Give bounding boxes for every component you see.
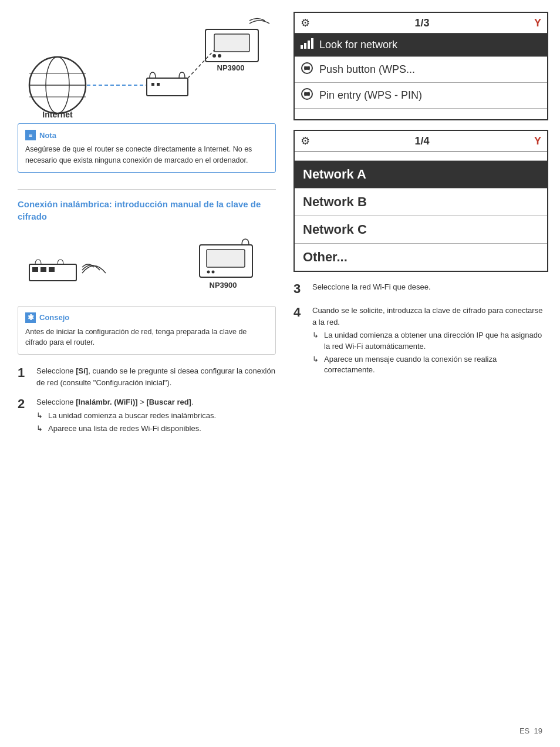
network-a-label: Network A <box>303 167 366 182</box>
footer-page: 19 <box>534 726 542 735</box>
svg-point-26 <box>305 66 309 70</box>
network-row-c: Network C <box>295 216 547 244</box>
bottom-diagram: NP3900 <box>18 231 276 301</box>
note-icon: ≡ <box>25 130 36 140</box>
svg-rect-8 <box>157 83 160 86</box>
step3-number: 3 <box>294 281 306 297</box>
step2-arrow: > <box>138 398 147 406</box>
tip-title: Consejo <box>39 313 69 322</box>
svg-rect-11 <box>214 34 249 52</box>
step2-bold2: [Buscar red] <box>146 398 191 406</box>
panel2-header: ⚙ 1/4 Y <box>295 131 547 152</box>
section-divider <box>18 189 276 190</box>
step2-sub2: ↳ Aparece una lista de redes Wi-Fi dispo… <box>36 423 276 434</box>
step3-text: Seleccione la red Wi-Fi que desee. <box>312 282 431 291</box>
step-2: 2 Seleccione [Inalámbr. (WiFi)] > [Busca… <box>18 396 276 434</box>
tip-header: ✱ Consejo <box>25 312 268 323</box>
panel-1: ⚙ 1/3 Y Look for network <box>294 12 548 120</box>
wifi-bars-icon <box>301 38 313 52</box>
network-row-b: Network B <box>295 189 547 216</box>
network-row-a: Network A <box>295 161 547 189</box>
wps-icon-2 <box>301 88 313 103</box>
step4-text: Cuando se le solicite, introduzca la cla… <box>312 306 542 327</box>
svg-text:Internet: Internet <box>42 110 73 117</box>
arrow-icon-4: ↳ <box>312 354 321 375</box>
arrow-icon: ↳ <box>36 410 45 421</box>
step2-period: . <box>191 398 194 406</box>
step4-content: Cuando se le solicite, introduzca la cla… <box>312 305 548 375</box>
note-box: ≡ Nota Asegúrese de que el router se con… <box>18 123 276 173</box>
svg-rect-6 <box>147 78 188 96</box>
right-column: ⚙ 1/3 Y Look for network <box>288 0 560 747</box>
top-diagram: Internet NP3900 <box>18 12 276 117</box>
step3-content: Seleccione la red Wi-Fi que desee. <box>312 281 548 293</box>
gear-icon-1: ⚙ <box>301 16 310 29</box>
step2-content: Seleccione [Inalámbr. (WiFi)] > [Buscar … <box>36 396 276 434</box>
svg-rect-19 <box>49 267 55 272</box>
svg-rect-17 <box>32 267 38 272</box>
step-4: 4 Cuando se le solicite, introduzca la c… <box>294 305 548 375</box>
step-1: 1 Seleccione [Sí], cuando se le pregunte… <box>18 365 276 388</box>
tip-box: ✱ Consejo Antes de iniciar la configurac… <box>18 306 276 355</box>
svg-point-23 <box>212 271 215 274</box>
svg-text:NP3900: NP3900 <box>217 63 245 72</box>
svg-point-13 <box>218 54 221 58</box>
panel-2: ⚙ 1/4 Y Network A Network B Network C Ot… <box>294 130 548 272</box>
panel1-row1-label: Look for network <box>319 39 397 51</box>
network-b-label: Network B <box>303 194 367 210</box>
network-row-other: Other... <box>295 244 547 271</box>
panel1-page: 1/3 <box>414 17 429 29</box>
svg-point-22 <box>207 271 210 274</box>
network-other-label: Other... <box>303 250 348 265</box>
footer-lang: ES <box>519 726 529 735</box>
svg-rect-16 <box>29 264 76 281</box>
page-footer: ES 19 <box>519 726 542 735</box>
signal-icon-2: Y <box>534 135 541 147</box>
step1-number: 1 <box>18 365 31 381</box>
step4-sub1: ↳ La unidad comienza a obtener una direc… <box>312 330 548 351</box>
step-3: 3 Seleccione la red Wi-Fi que desee. <box>294 281 548 297</box>
svg-rect-21 <box>207 250 245 267</box>
panel1-row-1: Look for network <box>295 33 547 57</box>
svg-point-28 <box>305 92 309 96</box>
svg-point-12 <box>212 54 216 58</box>
svg-rect-18 <box>41 267 46 272</box>
step2-sub1: ↳ La unidad comienza a buscar redes inal… <box>36 410 276 421</box>
step2-number: 2 <box>18 396 31 412</box>
gear-icon-2: ⚙ <box>301 134 310 147</box>
svg-text:NP3900: NP3900 <box>210 281 237 290</box>
panel2-page: 1/4 <box>414 135 429 147</box>
note-title: Nota <box>39 131 56 140</box>
arrow-icon-2: ↳ <box>36 423 45 434</box>
step2-text: Seleccione <box>36 398 76 406</box>
panel1-row2-label: Push button (WPS... <box>319 63 415 76</box>
step4-sub2: ↳ Aparece un mensaje cuando la conexión … <box>312 354 548 375</box>
panel1-header: ⚙ 1/3 Y <box>295 13 547 33</box>
panel2-spacer <box>295 152 547 161</box>
wps-icon-1 <box>301 62 313 78</box>
left-column: Internet NP3900 ≡ Nota Asegúrese de que … <box>0 0 288 747</box>
step1-bold: [Sí] <box>76 366 88 375</box>
network-c-label: Network C <box>303 222 367 237</box>
step4-number: 4 <box>294 305 306 320</box>
tip-text: Antes de iniciar la configuración de red… <box>25 327 268 349</box>
note-header: ≡ Nota <box>25 130 268 140</box>
panel1-row3-label: Pin entry (WPS - PIN) <box>319 89 422 102</box>
step1-content: Seleccione [Sí], cuando se le pregunte s… <box>36 365 276 388</box>
step1-text: Seleccione <box>36 366 76 375</box>
tip-icon: ✱ <box>25 312 36 323</box>
note-text: Asegúrese de que el router se conecte di… <box>25 144 268 166</box>
section-heading: Conexión inalámbrica: introducción manua… <box>18 198 276 223</box>
step2-bold1: [Inalámbr. (WiFi)] <box>76 398 137 406</box>
panel1-row-3: Pin entry (WPS - PIN) <box>295 83 547 109</box>
signal-icon-1: Y <box>534 17 541 29</box>
panel1-row-2: Push button (WPS... <box>295 57 547 83</box>
arrow-icon-3: ↳ <box>312 330 321 351</box>
panel1-bottom-space <box>295 109 547 119</box>
svg-line-9 <box>188 47 217 78</box>
svg-rect-7 <box>151 83 154 86</box>
